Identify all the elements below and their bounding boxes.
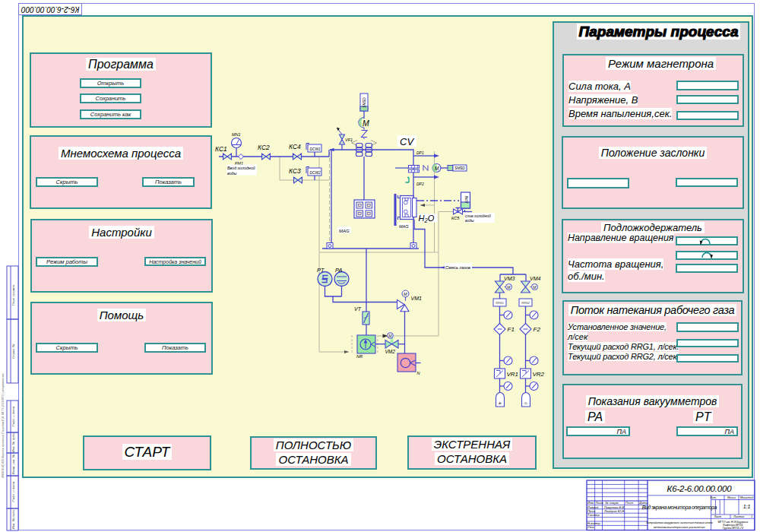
- svg-text:Разраб.: Разраб.: [587, 505, 599, 509]
- svg-text:N: N: [417, 371, 420, 375]
- svg-text:NR: NR: [356, 354, 363, 359]
- svg-text:Взам. инв. №: Взам. инв. №: [11, 454, 15, 474]
- svg-text:Пров.: Пров.: [587, 509, 596, 513]
- svg-text:MAG: MAG: [339, 229, 350, 233]
- svg-text:№ докум.: № докум.: [605, 501, 619, 505]
- svg-text:Инв. № подл.: Инв. № подл.: [11, 509, 15, 530]
- svg-text:SMSD: SMSD: [454, 166, 465, 170]
- svg-text:Устройство вакуумного нанесени: Устройство вакуумного нанесения тонких с…: [646, 521, 713, 524]
- svg-text:MAG: MAG: [399, 224, 409, 229]
- svg-text:RRG2: RRG2: [521, 302, 530, 305]
- svg-text:Подп. и дата: Подп. и дата: [11, 406, 15, 427]
- svg-text:Масса: Масса: [727, 496, 736, 499]
- svg-text:Листов: Листов: [733, 515, 744, 518]
- svg-text:MN1: MN1: [232, 132, 241, 137]
- svg-text:Лит.: Лит.: [709, 496, 717, 499]
- svg-text:PT: PT: [317, 267, 325, 274]
- svg-text:Т.контр.: Т.контр.: [587, 513, 600, 517]
- svg-text:1: 1: [751, 515, 752, 518]
- svg-text:Ar: Ar: [498, 402, 502, 405]
- svg-text:SMSD: SMSD: [363, 97, 366, 108]
- svg-text:VM4: VM4: [530, 276, 541, 281]
- svg-text:воды: воды: [227, 171, 237, 176]
- svg-text:Масштаб: Масштаб: [740, 496, 755, 499]
- svg-text:DCW2: DCW2: [310, 171, 321, 175]
- svg-text:PA: PA: [335, 267, 342, 274]
- svg-text:Изм.: Изм.: [587, 501, 594, 505]
- svg-text:Н.контр.: Н.контр.: [587, 521, 601, 525]
- svg-text:методом магнетронного распылен: методом магнетронного распыления: [654, 525, 706, 529]
- svg-text:VR2: VR2: [533, 371, 545, 378]
- svg-text:DCW1: DCW1: [310, 147, 321, 151]
- svg-text:Инв. № дубл.: Инв. № дубл.: [11, 432, 15, 452]
- svg-text:КС2: КС2: [258, 144, 270, 151]
- svg-text:КС3: КС3: [289, 167, 301, 175]
- svg-text:1:1: 1:1: [743, 504, 751, 509]
- svg-text:Группа МТ11-72: Группа МТ11-72: [723, 526, 744, 530]
- svg-text:Подп.: Подп.: [625, 501, 634, 505]
- svg-text:O₂: O₂: [524, 402, 528, 405]
- svg-text:Подп. и дата: Подп. и дата: [11, 481, 15, 502]
- svg-text:RRG1: RRG1: [496, 302, 504, 305]
- svg-text:КС4: КС4: [289, 143, 301, 150]
- svg-text:Лавёров Ю.Н.: Лавёров Ю.Н.: [603, 509, 625, 513]
- svg-text:CV: CV: [400, 136, 414, 147]
- svg-text:Вид экрана монитора оператора: Вид экрана монитора оператора: [642, 505, 717, 511]
- svg-text:DP1: DP1: [416, 150, 424, 155]
- svg-text:Лист: Лист: [713, 515, 721, 518]
- svg-text:Справ. №: Справ. №: [11, 344, 15, 359]
- svg-text:воды: воды: [465, 218, 474, 223]
- svg-text:DP2: DP2: [416, 182, 424, 186]
- svg-text:КЧФГЖ 42 435 Чертеж выполнил П: КЧФГЖ 42 435 Чертеж выполнил Пикунова Е.…: [2, 373, 5, 477]
- svg-text:М: М: [404, 292, 407, 296]
- svg-text:Перв. примен.: Перв. примен.: [11, 284, 15, 306]
- svg-text:F2: F2: [534, 326, 541, 333]
- svg-text:КС1: КС1: [215, 145, 227, 153]
- svg-text:Утв.: Утв.: [587, 525, 595, 529]
- svg-text:VM2: VM2: [385, 349, 396, 354]
- svg-text:M: M: [363, 119, 369, 128]
- svg-text:КС5: КС5: [451, 216, 460, 220]
- svg-text:VM1: VM1: [411, 296, 423, 301]
- svg-text:VF1: VF1: [345, 138, 353, 142]
- svg-text:H₂O: H₂O: [419, 214, 435, 223]
- svg-text:VT: VT: [354, 306, 362, 312]
- svg-text:VR1: VR1: [507, 371, 519, 378]
- svg-text:Пикунова Е.В.: Пикунова Е.В.: [604, 505, 625, 509]
- svg-text:VM3: VM3: [504, 276, 515, 281]
- svg-text:АРМ: АРМ: [465, 195, 469, 204]
- svg-text:F1: F1: [508, 326, 515, 333]
- svg-text:К6-2-6.00.00.000: К6-2-6.00.00.000: [667, 484, 733, 493]
- svg-text:Ввод холодной: Ввод холодной: [227, 166, 255, 170]
- svg-text:Смесь газов: Смесь газов: [445, 265, 470, 270]
- svg-text:М: М: [435, 166, 439, 171]
- svg-text:Лист: Лист: [595, 501, 604, 505]
